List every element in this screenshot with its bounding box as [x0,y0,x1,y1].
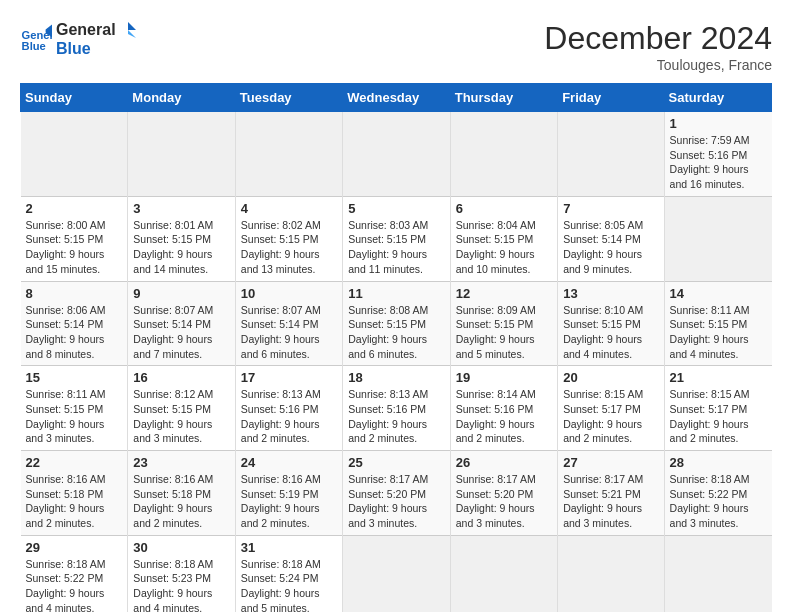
day-number: 19 [456,370,552,385]
svg-marker-3 [128,22,136,30]
svg-text:Blue: Blue [22,40,46,52]
calendar-cell: 1 Sunrise: 7:59 AM Sunset: 5:16 PM Dayli… [664,112,771,197]
calendar-cell: 22 Sunrise: 8:16 AM Sunset: 5:18 PM Dayl… [21,451,128,536]
week-row-4: 15 Sunrise: 8:11 AM Sunset: 5:15 PM Dayl… [21,366,772,451]
calendar-cell: 14 Sunrise: 8:11 AM Sunset: 5:15 PM Dayl… [664,281,771,366]
calendar-cell: 5 Sunrise: 8:03 AM Sunset: 5:15 PM Dayli… [343,196,450,281]
calendar-cell [558,535,664,612]
day-info: Sunrise: 8:00 AM Sunset: 5:15 PM Dayligh… [26,218,123,277]
day-number: 7 [563,201,658,216]
day-number: 15 [26,370,123,385]
calendar-cell: 15 Sunrise: 8:11 AM Sunset: 5:15 PM Dayl… [21,366,128,451]
day-number: 18 [348,370,444,385]
calendar-cell [450,112,557,197]
calendar-cell: 11 Sunrise: 8:08 AM Sunset: 5:15 PM Dayl… [343,281,450,366]
calendar-cell [235,112,342,197]
day-number: 6 [456,201,552,216]
calendar-cell: 31 Sunrise: 8:18 AM Sunset: 5:24 PM Dayl… [235,535,342,612]
title-block: December 2024 Toulouges, France [544,20,772,73]
day-number: 23 [133,455,229,470]
month-title: December 2024 [544,20,772,57]
day-number: 21 [670,370,767,385]
day-number: 31 [241,540,337,555]
day-number: 25 [348,455,444,470]
day-info: Sunrise: 8:13 AM Sunset: 5:16 PM Dayligh… [241,387,337,446]
day-number: 8 [26,286,123,301]
day-number: 1 [670,116,767,131]
header-thursday: Thursday [450,84,557,112]
day-info: Sunrise: 8:17 AM Sunset: 5:20 PM Dayligh… [348,472,444,531]
day-info: Sunrise: 8:16 AM Sunset: 5:19 PM Dayligh… [241,472,337,531]
day-info: Sunrise: 8:07 AM Sunset: 5:14 PM Dayligh… [241,303,337,362]
day-info: Sunrise: 8:03 AM Sunset: 5:15 PM Dayligh… [348,218,444,277]
calendar-cell [664,196,771,281]
day-number: 26 [456,455,552,470]
calendar-cell [343,112,450,197]
header-saturday: Saturday [664,84,771,112]
day-number: 11 [348,286,444,301]
day-info: Sunrise: 8:11 AM Sunset: 5:15 PM Dayligh… [26,387,123,446]
day-number: 28 [670,455,767,470]
calendar-cell: 16 Sunrise: 8:12 AM Sunset: 5:15 PM Dayl… [128,366,235,451]
day-number: 17 [241,370,337,385]
day-info: Sunrise: 8:16 AM Sunset: 5:18 PM Dayligh… [26,472,123,531]
day-number: 5 [348,201,444,216]
day-number: 27 [563,455,658,470]
day-info: Sunrise: 8:17 AM Sunset: 5:20 PM Dayligh… [456,472,552,531]
header-wednesday: Wednesday [343,84,450,112]
header-row: SundayMondayTuesdayWednesdayThursdayFrid… [21,84,772,112]
day-info: Sunrise: 8:16 AM Sunset: 5:18 PM Dayligh… [133,472,229,531]
logo: General Blue General Blue [20,20,138,58]
week-row-2: 2 Sunrise: 8:00 AM Sunset: 5:15 PM Dayli… [21,196,772,281]
day-number: 24 [241,455,337,470]
day-number: 2 [26,201,123,216]
day-number: 30 [133,540,229,555]
day-number: 13 [563,286,658,301]
calendar-cell: 21 Sunrise: 8:15 AM Sunset: 5:17 PM Dayl… [664,366,771,451]
calendar-cell [21,112,128,197]
calendar-cell: 17 Sunrise: 8:13 AM Sunset: 5:16 PM Dayl… [235,366,342,451]
logo-blue: Blue [56,40,138,58]
calendar-cell: 20 Sunrise: 8:15 AM Sunset: 5:17 PM Dayl… [558,366,664,451]
day-number: 14 [670,286,767,301]
calendar-table: SundayMondayTuesdayWednesdayThursdayFrid… [20,83,772,612]
day-info: Sunrise: 8:18 AM Sunset: 5:23 PM Dayligh… [133,557,229,612]
calendar-cell: 30 Sunrise: 8:18 AM Sunset: 5:23 PM Dayl… [128,535,235,612]
day-number: 20 [563,370,658,385]
calendar-cell: 8 Sunrise: 8:06 AM Sunset: 5:14 PM Dayli… [21,281,128,366]
calendar-cell: 10 Sunrise: 8:07 AM Sunset: 5:14 PM Dayl… [235,281,342,366]
week-row-1: 1 Sunrise: 7:59 AM Sunset: 5:16 PM Dayli… [21,112,772,197]
day-info: Sunrise: 8:01 AM Sunset: 5:15 PM Dayligh… [133,218,229,277]
calendar-cell: 18 Sunrise: 8:13 AM Sunset: 5:16 PM Dayl… [343,366,450,451]
calendar-cell [664,535,771,612]
day-info: Sunrise: 8:15 AM Sunset: 5:17 PM Dayligh… [670,387,767,446]
day-info: Sunrise: 8:14 AM Sunset: 5:16 PM Dayligh… [456,387,552,446]
day-number: 10 [241,286,337,301]
day-info: Sunrise: 8:04 AM Sunset: 5:15 PM Dayligh… [456,218,552,277]
logo-icon: General Blue [20,23,52,55]
logo-general: General [56,21,116,39]
day-info: Sunrise: 8:18 AM Sunset: 5:22 PM Dayligh… [26,557,123,612]
day-number: 9 [133,286,229,301]
day-number: 3 [133,201,229,216]
day-info: Sunrise: 8:07 AM Sunset: 5:14 PM Dayligh… [133,303,229,362]
day-number: 12 [456,286,552,301]
calendar-cell: 9 Sunrise: 8:07 AM Sunset: 5:14 PM Dayli… [128,281,235,366]
calendar-cell: 4 Sunrise: 8:02 AM Sunset: 5:15 PM Dayli… [235,196,342,281]
header-monday: Monday [128,84,235,112]
header-sunday: Sunday [21,84,128,112]
page-header: General Blue General Blue December 2024 … [20,20,772,73]
day-info: Sunrise: 8:13 AM Sunset: 5:16 PM Dayligh… [348,387,444,446]
location: Toulouges, France [544,57,772,73]
calendar-cell [558,112,664,197]
calendar-cell: 3 Sunrise: 8:01 AM Sunset: 5:15 PM Dayli… [128,196,235,281]
day-number: 29 [26,540,123,555]
calendar-cell [450,535,557,612]
week-row-5: 22 Sunrise: 8:16 AM Sunset: 5:18 PM Dayl… [21,451,772,536]
logo-arrow-icon [118,20,138,40]
calendar-cell: 6 Sunrise: 8:04 AM Sunset: 5:15 PM Dayli… [450,196,557,281]
day-info: Sunrise: 8:18 AM Sunset: 5:24 PM Dayligh… [241,557,337,612]
calendar-cell: 7 Sunrise: 8:05 AM Sunset: 5:14 PM Dayli… [558,196,664,281]
calendar-cell: 29 Sunrise: 8:18 AM Sunset: 5:22 PM Dayl… [21,535,128,612]
day-info: Sunrise: 8:10 AM Sunset: 5:15 PM Dayligh… [563,303,658,362]
